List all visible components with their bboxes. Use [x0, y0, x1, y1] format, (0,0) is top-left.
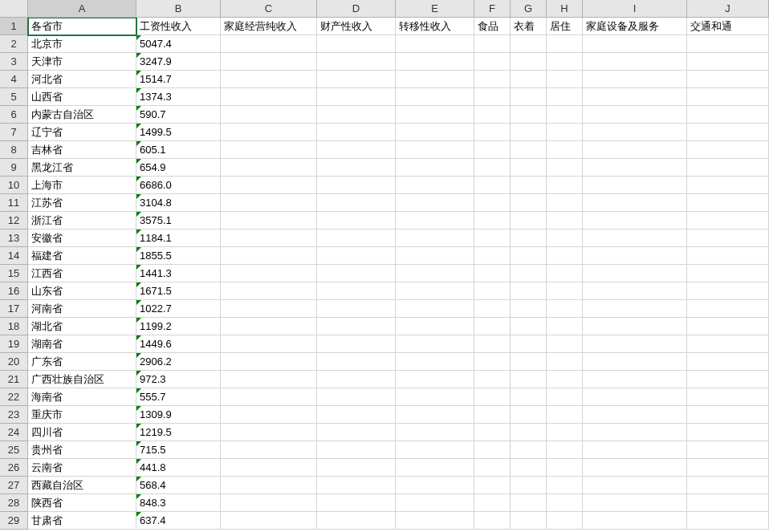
row-header-14[interactable]: 14	[0, 247, 28, 265]
cell-d12[interactable]	[317, 212, 396, 229]
cell-g18[interactable]	[511, 318, 547, 335]
cell-b7[interactable]: 1499.5	[136, 124, 221, 141]
cell-c27[interactable]	[221, 477, 317, 494]
cell-b6[interactable]: 590.7	[136, 106, 221, 124]
cell-c20[interactable]	[221, 353, 317, 371]
cell-a22[interactable]: 海南省	[28, 388, 136, 406]
cell-i29[interactable]	[583, 512, 687, 530]
cell-h8[interactable]	[547, 141, 583, 159]
cell-c12[interactable]	[221, 212, 317, 229]
cell-g21[interactable]	[511, 371, 547, 388]
cell-i13[interactable]	[583, 229, 687, 247]
cell-j23[interactable]	[687, 406, 769, 424]
cell-c19[interactable]	[221, 335, 317, 353]
column-header-h[interactable]: H	[547, 0, 583, 18]
cell-j15[interactable]	[687, 265, 769, 282]
cell-h11[interactable]	[547, 194, 583, 212]
cell-a3[interactable]: 天津市	[28, 53, 136, 71]
cell-e21[interactable]	[396, 371, 474, 388]
row-header-11[interactable]: 11	[0, 194, 28, 212]
cell-b20[interactable]: 2906.2	[136, 353, 221, 371]
cell-g5[interactable]	[511, 88, 547, 106]
cell-b4[interactable]: 1514.7	[136, 71, 221, 88]
cell-a13[interactable]: 安徽省	[28, 229, 136, 247]
cell-e7[interactable]	[396, 124, 474, 141]
cell-j7[interactable]	[687, 124, 769, 141]
cell-b19[interactable]: 1449.6	[136, 335, 221, 353]
cell-d4[interactable]	[317, 71, 396, 88]
cell-a19[interactable]: 湖南省	[28, 335, 136, 353]
cell-a23[interactable]: 重庆市	[28, 406, 136, 424]
cell-b1[interactable]: 工资性收入	[136, 18, 221, 35]
cell-d16[interactable]	[317, 282, 396, 300]
cell-c7[interactable]	[221, 124, 317, 141]
cell-g4[interactable]	[511, 71, 547, 88]
cell-g16[interactable]	[511, 282, 547, 300]
cell-h7[interactable]	[547, 124, 583, 141]
cell-a11[interactable]: 江苏省	[28, 194, 136, 212]
cell-d23[interactable]	[317, 406, 396, 424]
cell-a12[interactable]: 浙江省	[28, 212, 136, 229]
cell-b2[interactable]: 5047.4	[136, 35, 221, 53]
cell-h1[interactable]: 居住	[547, 18, 583, 35]
cell-j11[interactable]	[687, 194, 769, 212]
cell-c28[interactable]	[221, 494, 317, 512]
cell-f25[interactable]	[474, 441, 511, 459]
cell-c2[interactable]	[221, 35, 317, 53]
row-header-29[interactable]: 29	[0, 512, 28, 530]
cell-e4[interactable]	[396, 71, 474, 88]
cell-c4[interactable]	[221, 71, 317, 88]
cell-d21[interactable]	[317, 371, 396, 388]
cell-h3[interactable]	[547, 53, 583, 71]
column-header-e[interactable]: E	[396, 0, 474, 18]
cell-j5[interactable]	[687, 88, 769, 106]
cell-d25[interactable]	[317, 441, 396, 459]
cell-i21[interactable]	[583, 371, 687, 388]
row-header-22[interactable]: 22	[0, 388, 28, 406]
cell-g28[interactable]	[511, 494, 547, 512]
cell-a5[interactable]: 山西省	[28, 88, 136, 106]
cell-a16[interactable]: 山东省	[28, 282, 136, 300]
cell-h26[interactable]	[547, 459, 583, 477]
cell-h16[interactable]	[547, 282, 583, 300]
cell-a14[interactable]: 福建省	[28, 247, 136, 265]
column-header-i[interactable]: I	[583, 0, 687, 18]
cell-c21[interactable]	[221, 371, 317, 388]
column-header-c[interactable]: C	[221, 0, 317, 18]
cell-f8[interactable]	[474, 141, 511, 159]
cell-e5[interactable]	[396, 88, 474, 106]
cell-g8[interactable]	[511, 141, 547, 159]
cell-g3[interactable]	[511, 53, 547, 71]
cell-g29[interactable]	[511, 512, 547, 530]
cell-i11[interactable]	[583, 194, 687, 212]
cell-a10[interactable]: 上海市	[28, 177, 136, 194]
row-header-5[interactable]: 5	[0, 88, 28, 106]
cell-g20[interactable]	[511, 353, 547, 371]
cell-e17[interactable]	[396, 300, 474, 318]
cell-c6[interactable]	[221, 106, 317, 124]
cell-f2[interactable]	[474, 35, 511, 53]
cell-f15[interactable]	[474, 265, 511, 282]
cell-e24[interactable]	[396, 424, 474, 441]
cell-f14[interactable]	[474, 247, 511, 265]
cell-h15[interactable]	[547, 265, 583, 282]
cell-c3[interactable]	[221, 53, 317, 71]
cell-b16[interactable]: 1671.5	[136, 282, 221, 300]
cell-h22[interactable]	[547, 388, 583, 406]
row-header-3[interactable]: 3	[0, 53, 28, 71]
cell-c14[interactable]	[221, 247, 317, 265]
row-header-7[interactable]: 7	[0, 124, 28, 141]
cell-f20[interactable]	[474, 353, 511, 371]
cell-b14[interactable]: 1855.5	[136, 247, 221, 265]
cell-c29[interactable]	[221, 512, 317, 530]
cell-c25[interactable]	[221, 441, 317, 459]
cell-i15[interactable]	[583, 265, 687, 282]
cell-i16[interactable]	[583, 282, 687, 300]
cell-d7[interactable]	[317, 124, 396, 141]
cell-b22[interactable]: 555.7	[136, 388, 221, 406]
cell-a15[interactable]: 江西省	[28, 265, 136, 282]
cell-c13[interactable]	[221, 229, 317, 247]
cell-a4[interactable]: 河北省	[28, 71, 136, 88]
cell-j8[interactable]	[687, 141, 769, 159]
row-header-18[interactable]: 18	[0, 318, 28, 335]
